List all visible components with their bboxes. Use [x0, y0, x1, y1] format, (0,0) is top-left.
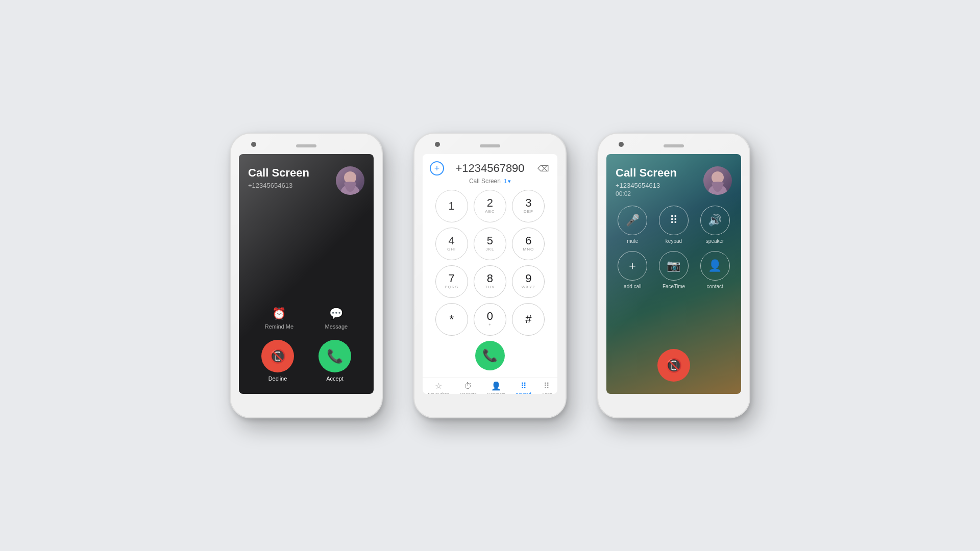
call-header: Call Screen +12345654613	[239, 154, 374, 302]
add-number-button[interactable]: +	[430, 161, 444, 176]
nav-recents[interactable]: ⏱ Recents	[460, 382, 477, 394]
sim-selector[interactable]: 1 ▾	[504, 178, 511, 185]
apps-label: Apps	[542, 392, 552, 394]
decline-wrapper: 📵 Decline	[261, 340, 294, 382]
caller-avatar	[336, 166, 364, 195]
dialer-call-row: 📞	[423, 336, 557, 378]
key-1[interactable]: 1	[435, 190, 468, 222]
key-3[interactable]: 3DEF	[512, 190, 545, 222]
camera-icon	[251, 142, 256, 147]
facetime-label: FaceTime	[663, 284, 685, 289]
favourites-label: Favourites	[428, 392, 449, 394]
active-call-header: Call Screen +12345654613 00:02	[606, 154, 741, 206]
remind-me-label: Remind Me	[265, 323, 293, 330]
alarm-icon: ⏰	[272, 307, 286, 320]
mute-label: mute	[627, 238, 638, 244]
recents-icon: ⏱	[464, 382, 472, 391]
key-9[interactable]: 9WXYZ	[512, 265, 545, 298]
incoming-call-screen: Call Screen +12345654613 ⏰ Remind Me 💬 M…	[239, 154, 374, 394]
active-call-info: Call Screen +12345654613 00:02	[616, 166, 677, 197]
remind-me-action[interactable]: ⏰ Remind Me	[265, 307, 293, 330]
nav-favourites[interactable]: ☆ Favourites	[428, 381, 449, 394]
key-6[interactable]: 6MNO	[512, 228, 545, 260]
nav-contacts[interactable]: 👤 Contacts	[487, 381, 505, 394]
caller-number: +12345654613	[248, 182, 309, 189]
nav-keypad[interactable]: ⠿ Keypad	[516, 381, 531, 394]
decline-icon: 📵	[270, 348, 286, 364]
key-hash[interactable]: #	[512, 303, 545, 336]
dialer-sub-label: Call Screen	[469, 178, 501, 185]
phone-1-shell: Call Screen +12345654613 ⏰ Remind Me 💬 M…	[230, 133, 383, 418]
speaker-top-icon-2	[480, 144, 500, 147]
key-star[interactable]: *	[435, 303, 468, 336]
contact-control[interactable]: 👤 contact	[698, 251, 732, 289]
phone-3-top	[603, 141, 744, 151]
contact-icon: 👤	[708, 259, 722, 272]
accept-wrapper: 📞 Accept	[318, 340, 351, 382]
key-8[interactable]: 8TUV	[474, 265, 506, 298]
dialer-number-display: +1234567890	[444, 162, 536, 175]
dialer-sub-row: Call Screen 1 ▾	[423, 178, 557, 185]
call-buttons: 📵 Decline 📞 Accept	[239, 340, 374, 394]
speaker-button[interactable]: 🔊	[700, 206, 730, 235]
accept-icon: 📞	[327, 348, 343, 364]
key-2[interactable]: 2ABC	[474, 190, 506, 222]
call-controls-grid: 🎤 mute ⠿ keypad 🔊 speaker ＋ add	[606, 206, 741, 294]
facetime-control[interactable]: 📷 FaceTime	[657, 251, 691, 289]
mute-control[interactable]: 🎤 mute	[616, 206, 650, 244]
key-5[interactable]: 5JKL	[474, 228, 506, 260]
accept-button[interactable]: 📞	[318, 340, 351, 372]
phone-3-shell: Call Screen +12345654613 00:02 🎤 mute	[597, 133, 750, 418]
contacts-label: Contacts	[487, 392, 505, 394]
end-call-button[interactable]: 📵	[657, 349, 690, 382]
facetime-button[interactable]: 📷	[659, 251, 689, 281]
sim-number: 1	[504, 178, 507, 184]
contact-button[interactable]: 👤	[700, 251, 730, 281]
add-call-icon: ＋	[627, 258, 638, 273]
decline-label: Decline	[268, 375, 287, 382]
backspace-button[interactable]: ⌫	[536, 161, 550, 176]
speaker-icon: 🔊	[708, 214, 722, 227]
message-action[interactable]: 💬 Message	[325, 307, 348, 330]
active-caller-name: Call Screen	[616, 166, 677, 180]
recents-label: Recents	[460, 392, 477, 394]
speaker-label: speaker	[706, 238, 724, 244]
accept-label: Accept	[326, 375, 344, 382]
bottom-nav: ☆ Favourites ⏱ Recents 👤 Contacts ⠿ Keyp…	[423, 378, 557, 394]
favourites-icon: ☆	[435, 381, 442, 391]
dialer-call-icon: 📞	[482, 348, 498, 363]
facetime-icon: 📷	[667, 259, 680, 272]
key-0[interactable]: 0+	[474, 303, 506, 336]
camera-icon-2	[435, 142, 440, 147]
keypad-ctrl-button[interactable]: ⠿	[659, 206, 689, 235]
keypad-label: Keypad	[516, 392, 531, 394]
call-actions-top: ⏰ Remind Me 💬 Message	[239, 302, 374, 340]
call-timer: 00:02	[616, 190, 677, 197]
message-icon: 💬	[329, 307, 343, 320]
dialer-call-button[interactable]: 📞	[475, 341, 505, 370]
key-4[interactable]: 4GHI	[435, 228, 468, 260]
active-caller-number: +12345654613	[616, 182, 677, 189]
key-7[interactable]: 7PQRS	[435, 265, 468, 298]
call-info: Call Screen +12345654613	[248, 166, 309, 189]
keypad-control[interactable]: ⠿ keypad	[657, 206, 691, 244]
active-call-bottom: 📵	[606, 294, 741, 394]
active-caller-avatar	[703, 166, 732, 195]
end-call-icon: 📵	[666, 358, 682, 373]
contact-label: contact	[707, 284, 723, 289]
phone-2-top	[420, 141, 560, 151]
speaker-top-icon-3	[664, 144, 684, 147]
dialer-screen: + +1234567890 ⌫ Call Screen 1 ▾ 1 2ABC 3…	[423, 154, 557, 394]
mute-button[interactable]: 🎤	[618, 206, 647, 235]
add-call-control[interactable]: ＋ add call	[616, 251, 650, 289]
caller-name: Call Screen	[248, 166, 309, 180]
active-call-screen: Call Screen +12345654613 00:02 🎤 mute	[606, 154, 741, 394]
dialer-number-row: + +1234567890 ⌫	[423, 154, 557, 178]
keypad-ctrl-label: keypad	[666, 238, 682, 244]
sim-chevron-icon: ▾	[508, 178, 511, 185]
add-call-button[interactable]: ＋	[618, 251, 647, 281]
decline-button[interactable]: 📵	[261, 340, 294, 372]
speaker-control[interactable]: 🔊 speaker	[698, 206, 732, 244]
keypad-grid: 1 2ABC 3DEF 4GHI 5JKL 6MNO 7PQRS 8TUV 9W…	[423, 190, 557, 336]
nav-apps[interactable]: ⠿ Apps	[542, 381, 552, 394]
